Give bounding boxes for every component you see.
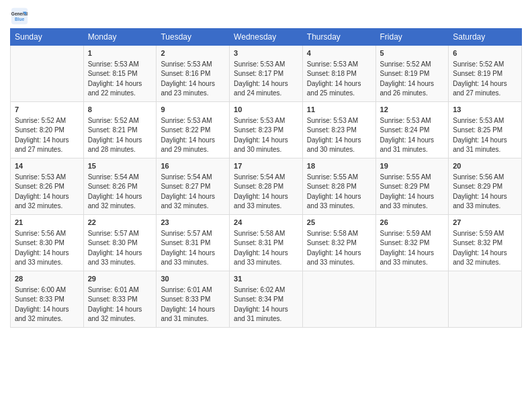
calendar-cell: 31Sunrise: 6:02 AMSunset: 8:34 PMDayligh… [230, 271, 303, 327]
cell-info: Sunrise: 5:53 AMSunset: 8:17 PMDaylight:… [234, 60, 288, 97]
calendar-table: SundayMondayTuesdayWednesdayThursdayFrid… [10, 28, 522, 328]
cell-info: Sunrise: 5:56 AMSunset: 8:30 PMDaylight:… [15, 230, 69, 267]
calendar-cell [302, 271, 375, 327]
calendar-cell [375, 271, 449, 327]
calendar-cell: 7Sunrise: 5:52 AMSunset: 8:20 PMDaylight… [11, 101, 84, 158]
calendar-cell: 25Sunrise: 5:58 AMSunset: 8:32 PMDayligh… [302, 214, 375, 271]
weekday-header-monday: Monday [83, 29, 157, 46]
day-number: 14 [15, 161, 79, 172]
day-number: 7 [15, 105, 79, 116]
day-number: 6 [453, 48, 517, 59]
calendar-cell: 3Sunrise: 5:53 AMSunset: 8:17 PMDaylight… [230, 46, 303, 102]
cell-info: Sunrise: 5:58 AMSunset: 8:32 PMDaylight:… [307, 230, 361, 267]
day-number: 17 [234, 161, 298, 172]
weekday-header-row: SundayMondayTuesdayWednesdayThursdayFrid… [11, 29, 522, 46]
calendar-cell: 16Sunrise: 5:54 AMSunset: 8:27 PMDayligh… [157, 158, 230, 214]
calendar-body: 1Sunrise: 5:53 AMSunset: 8:15 PMDaylight… [11, 46, 522, 328]
day-number: 12 [380, 105, 445, 116]
day-number: 30 [161, 274, 225, 285]
calendar-cell: 23Sunrise: 5:57 AMSunset: 8:31 PMDayligh… [157, 214, 230, 271]
cell-info: Sunrise: 5:58 AMSunset: 8:31 PMDaylight:… [234, 230, 288, 267]
day-number: 8 [88, 105, 152, 116]
cell-info: Sunrise: 5:52 AMSunset: 8:19 PMDaylight:… [380, 60, 435, 97]
weekday-header-saturday: Saturday [449, 29, 522, 46]
calendar-week-2: 7Sunrise: 5:52 AMSunset: 8:20 PMDaylight… [11, 101, 522, 158]
cell-info: Sunrise: 5:55 AMSunset: 8:28 PMDaylight:… [307, 173, 361, 210]
calendar-cell: 17Sunrise: 5:54 AMSunset: 8:28 PMDayligh… [230, 158, 303, 214]
cell-info: Sunrise: 5:53 AMSunset: 8:18 PMDaylight:… [307, 60, 361, 97]
calendar-cell: 10Sunrise: 5:53 AMSunset: 8:23 PMDayligh… [230, 101, 303, 158]
cell-info: Sunrise: 5:52 AMSunset: 8:20 PMDaylight:… [15, 117, 69, 154]
calendar-cell: 5Sunrise: 5:52 AMSunset: 8:19 PMDaylight… [375, 46, 449, 102]
weekday-header-thursday: Thursday [302, 29, 375, 46]
day-number: 1 [88, 48, 152, 59]
weekday-header-tuesday: Tuesday [157, 29, 230, 46]
cell-info: Sunrise: 6:01 AMSunset: 8:33 PMDaylight:… [161, 286, 215, 323]
day-number: 20 [453, 161, 517, 172]
cell-info: Sunrise: 5:53 AMSunset: 8:23 PMDaylight:… [234, 117, 288, 154]
calendar-cell: 30Sunrise: 6:01 AMSunset: 8:33 PMDayligh… [157, 271, 230, 327]
day-number: 21 [15, 218, 79, 228]
calendar-cell [11, 46, 84, 102]
calendar-cell: 13Sunrise: 5:53 AMSunset: 8:25 PMDayligh… [449, 101, 522, 158]
calendar-cell: 28Sunrise: 6:00 AMSunset: 8:33 PMDayligh… [11, 271, 84, 327]
cell-info: Sunrise: 5:53 AMSunset: 8:25 PMDaylight:… [453, 117, 507, 154]
day-number: 4 [307, 48, 371, 59]
day-number: 31 [234, 274, 298, 285]
calendar-cell: 1Sunrise: 5:53 AMSunset: 8:15 PMDaylight… [83, 46, 157, 102]
day-number: 24 [234, 218, 298, 228]
day-number: 29 [88, 274, 152, 285]
calendar-cell: 20Sunrise: 5:56 AMSunset: 8:29 PMDayligh… [449, 158, 522, 214]
calendar-cell: 29Sunrise: 6:01 AMSunset: 8:33 PMDayligh… [83, 271, 157, 327]
cell-info: Sunrise: 6:02 AMSunset: 8:34 PMDaylight:… [234, 286, 288, 323]
calendar-week-1: 1Sunrise: 5:53 AMSunset: 8:15 PMDaylight… [11, 46, 522, 102]
cell-info: Sunrise: 5:53 AMSunset: 8:15 PMDaylight:… [88, 60, 142, 97]
day-number: 27 [453, 218, 517, 228]
calendar-cell: 14Sunrise: 5:53 AMSunset: 8:26 PMDayligh… [11, 158, 84, 214]
day-number: 18 [307, 161, 371, 172]
cell-info: Sunrise: 5:53 AMSunset: 8:26 PMDaylight:… [15, 173, 69, 210]
day-number: 5 [380, 48, 445, 59]
calendar-cell: 19Sunrise: 5:55 AMSunset: 8:29 PMDayligh… [375, 158, 449, 214]
calendar-cell: 2Sunrise: 5:53 AMSunset: 8:16 PMDaylight… [157, 46, 230, 102]
day-number: 11 [307, 105, 371, 116]
calendar-header: SundayMondayTuesdayWednesdayThursdayFrid… [11, 29, 522, 46]
day-number: 28 [15, 274, 79, 285]
weekday-header-friday: Friday [375, 29, 449, 46]
day-number: 23 [161, 218, 225, 228]
calendar-cell: 6Sunrise: 5:52 AMSunset: 8:19 PMDaylight… [449, 46, 522, 102]
logo: General Blue [10, 7, 29, 26]
day-number: 19 [380, 161, 445, 172]
svg-text:Blue: Blue [15, 17, 24, 21]
calendar-week-4: 21Sunrise: 5:56 AMSunset: 8:30 PMDayligh… [11, 214, 522, 271]
calendar-week-5: 28Sunrise: 6:00 AMSunset: 8:33 PMDayligh… [11, 271, 522, 327]
calendar-week-3: 14Sunrise: 5:53 AMSunset: 8:26 PMDayligh… [11, 158, 522, 214]
cell-info: Sunrise: 5:53 AMSunset: 8:16 PMDaylight:… [161, 60, 215, 97]
weekday-header-sunday: Sunday [11, 29, 84, 46]
cell-info: Sunrise: 5:54 AMSunset: 8:27 PMDaylight:… [161, 173, 215, 210]
cell-info: Sunrise: 5:52 AMSunset: 8:19 PMDaylight:… [453, 60, 507, 97]
calendar-cell: 27Sunrise: 5:59 AMSunset: 8:32 PMDayligh… [449, 214, 522, 271]
cell-info: Sunrise: 5:53 AMSunset: 8:23 PMDaylight:… [307, 117, 361, 154]
cell-info: Sunrise: 5:52 AMSunset: 8:21 PMDaylight:… [88, 117, 142, 154]
cell-info: Sunrise: 6:01 AMSunset: 8:33 PMDaylight:… [88, 286, 142, 323]
cell-info: Sunrise: 5:57 AMSunset: 8:31 PMDaylight:… [161, 230, 215, 267]
calendar-cell: 21Sunrise: 5:56 AMSunset: 8:30 PMDayligh… [11, 214, 84, 271]
calendar-cell: 4Sunrise: 5:53 AMSunset: 8:18 PMDaylight… [302, 46, 375, 102]
cell-info: Sunrise: 5:57 AMSunset: 8:30 PMDaylight:… [88, 230, 142, 267]
calendar-cell: 15Sunrise: 5:54 AMSunset: 8:26 PMDayligh… [83, 158, 157, 214]
day-number: 16 [161, 161, 225, 172]
cell-info: Sunrise: 6:00 AMSunset: 8:33 PMDaylight:… [15, 286, 69, 323]
cell-info: Sunrise: 5:54 AMSunset: 8:28 PMDaylight:… [234, 173, 288, 210]
header: General Blue [10, 7, 522, 26]
cell-info: Sunrise: 5:54 AMSunset: 8:26 PMDaylight:… [88, 173, 142, 210]
day-number: 15 [88, 161, 152, 172]
day-number: 3 [234, 48, 298, 59]
day-number: 10 [234, 105, 298, 116]
day-number: 9 [161, 105, 225, 116]
logo-icon: General Blue [10, 7, 29, 26]
day-number: 2 [161, 48, 225, 59]
calendar-cell: 24Sunrise: 5:58 AMSunset: 8:31 PMDayligh… [230, 214, 303, 271]
page-container: General Blue SundayMondayTuesdayWednesda… [0, 0, 532, 331]
calendar-cell: 11Sunrise: 5:53 AMSunset: 8:23 PMDayligh… [302, 101, 375, 158]
